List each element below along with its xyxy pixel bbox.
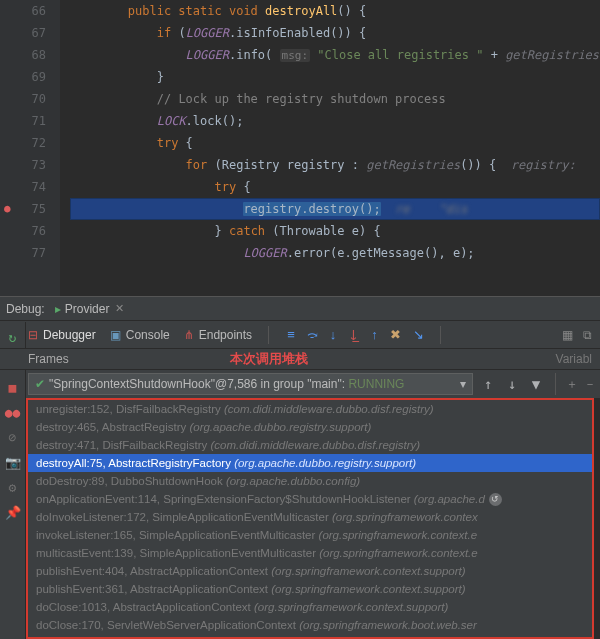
frames-label: Frames — [28, 352, 69, 366]
evaluate-expression-icon[interactable]: ▦ — [562, 328, 573, 342]
step-out-icon[interactable]: ↑ — [371, 327, 378, 342]
annotation-overlay: 本次调用堆栈 — [230, 350, 308, 368]
stack-frame[interactable]: doInvokeListener:172, SimpleApplicationE… — [28, 508, 592, 526]
thread-name: "SpringContextShutdownHook"@7,586 in gro… — [49, 377, 348, 391]
stack-frame[interactable]: run:949, AbstractApplicationContext$1 (o… — [28, 634, 592, 639]
line-number: 76 — [0, 220, 46, 242]
stack-frame[interactable]: doClose:1013, AbstractApplicationContext… — [28, 598, 592, 616]
filter-icon[interactable]: ▼ — [527, 376, 545, 392]
drop-frame-icon[interactable]: ✖ — [390, 327, 401, 342]
line-number: 68 — [0, 44, 46, 66]
tab-debugger-label: Debugger — [43, 328, 96, 342]
step-into-icon[interactable]: ↓ — [330, 327, 337, 342]
tab-console[interactable]: ▣ Console — [110, 328, 170, 342]
stack-frame[interactable]: publishEvent:361, AbstractApplicationCon… — [28, 580, 592, 598]
chevron-down-icon[interactable]: ▾ — [460, 377, 466, 391]
check-icon: ✔ — [35, 377, 45, 391]
rerun-icon[interactable]: ↻ — [9, 330, 17, 345]
debugger-icon: ⊟ — [28, 328, 38, 342]
endpoints-icon: ⋔ — [184, 328, 194, 342]
thread-status: RUNNING — [348, 377, 404, 391]
console-icon: ▣ — [110, 328, 121, 342]
stack-frame[interactable]: multicastEvent:139, SimpleApplicationEve… — [28, 544, 592, 562]
stack-frame[interactable]: publishEvent:404, AbstractApplicationCon… — [28, 562, 592, 580]
settings-icon[interactable]: ⚙ — [9, 480, 17, 495]
add-watch-icon[interactable]: ＋ — [566, 376, 578, 393]
run-to-cursor-icon[interactable]: ↘ — [413, 327, 424, 342]
line-number: 77 — [0, 242, 46, 264]
remove-watch-icon[interactable]: － — [584, 376, 596, 393]
force-step-into-icon[interactable]: ↓̲ — [348, 327, 359, 342]
separator — [440, 326, 441, 344]
code-editor[interactable]: 66 67 68 69 70 71 72 73 74 ●75 76 77 pub… — [0, 0, 600, 296]
line-number: 73 — [0, 154, 46, 176]
mute-breakpoints-icon[interactable]: ⊘ — [9, 430, 17, 445]
line-number: 70 — [0, 88, 46, 110]
line-number: 71 — [0, 110, 46, 132]
tab-endpoints-label: Endpoints — [199, 328, 252, 342]
line-number: 74 — [0, 176, 46, 198]
tab-endpoints[interactable]: ⋔ Endpoints — [184, 328, 252, 342]
step-over-icon[interactable]: ⤼ — [307, 327, 318, 342]
tab-debugger[interactable]: ⊟ Debugger — [28, 328, 96, 342]
line-number: 75 — [32, 202, 46, 216]
debug-tool-window-header: Debug: ▸ Provider ✕ — [0, 296, 600, 320]
stop-icon[interactable]: ■ — [9, 380, 17, 395]
tab-console-label: Console — [126, 328, 170, 342]
line-number: 72 — [0, 132, 46, 154]
view-breakpoints-icon[interactable]: ●● — [5, 405, 21, 420]
stack-frame[interactable]: doClose:170, ServletWebServerApplication… — [28, 616, 592, 634]
trace-current-stream-icon[interactable]: ⧉ — [583, 328, 592, 342]
stack-frame[interactable]: destroyAll:75, AbstractRegistryFactory (… — [28, 454, 592, 472]
run-config-name[interactable]: Provider — [65, 302, 110, 316]
line-number: 67 — [0, 22, 46, 44]
debug-toolbar: ⊟ Debugger ▣ Console ⋔ Endpoints ≡ ⤼ ↓ ↓… — [0, 320, 600, 348]
pin-icon[interactable]: 📌 — [5, 505, 21, 520]
breakpoint-icon[interactable]: ● — [4, 198, 11, 220]
gutter: 66 67 68 69 70 71 72 73 74 ●75 76 77 — [0, 0, 60, 296]
stack-frames-list[interactable]: unregister:152, DisfFailbackRegistry (co… — [26, 398, 594, 639]
run-icon: ▸ — [55, 302, 61, 316]
thread-selector-row: ✔"SpringContextShutdownHook"@7,586 in gr… — [0, 370, 600, 398]
stack-frame[interactable]: onApplicationEvent:114, SpringExtensionF… — [28, 490, 592, 508]
execution-line: registry.destroy(); re "dis — [70, 198, 600, 220]
thread-dropdown[interactable]: ✔"SpringContextShutdownHook"@7,586 in gr… — [28, 373, 473, 395]
recursion-icon: ↺ — [489, 493, 502, 506]
variables-label: Variabl — [556, 352, 592, 366]
close-tab-icon[interactable]: ✕ — [115, 302, 124, 315]
separator — [268, 326, 269, 344]
next-frame-icon[interactable]: ↓ — [503, 376, 521, 392]
stack-frame[interactable]: doDestroy:89, DubboShutdownHook (org.apa… — [28, 472, 592, 490]
frames-panel-header: Frames 本次调用堆栈 Variabl — [0, 348, 600, 370]
stack-frame[interactable]: invokeListener:165, SimpleApplicationEve… — [28, 526, 592, 544]
stack-frame[interactable]: destroy:465, AbstractRegistry (org.apach… — [28, 418, 592, 436]
stack-frame[interactable]: destroy:471, DisfFailbackRegistry (com.d… — [28, 436, 592, 454]
dump-threads-icon[interactable]: 📷 — [5, 455, 21, 470]
code-area[interactable]: public static void destroyAll() { if (LO… — [60, 0, 600, 264]
show-execution-point-icon[interactable]: ≡ — [287, 327, 295, 342]
prev-frame-icon[interactable]: ↑ — [479, 376, 497, 392]
debug-label: Debug: — [6, 302, 45, 316]
line-number: 69 — [0, 66, 46, 88]
line-number: 66 — [0, 0, 46, 22]
stack-frame[interactable]: unregister:152, DisfFailbackRegistry (co… — [28, 400, 592, 418]
